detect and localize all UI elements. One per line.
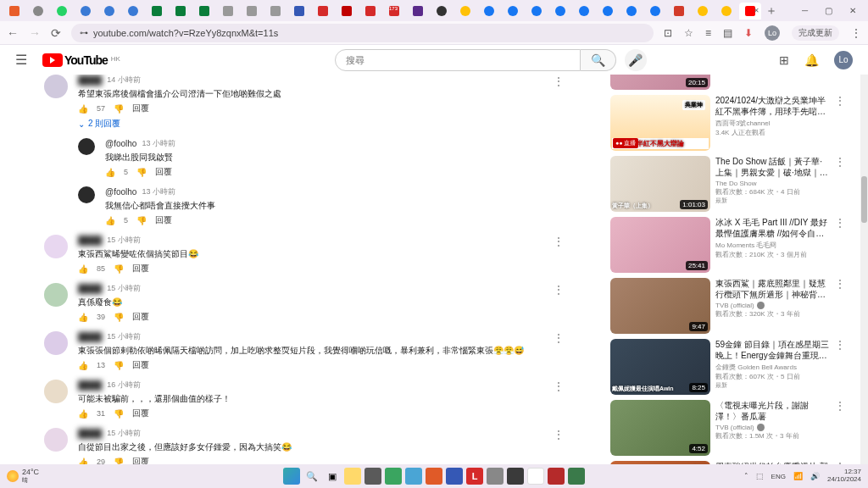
video-channel[interactable]: TVB (official)	[715, 302, 830, 309]
reply-button[interactable]: 回覆	[155, 214, 172, 226]
browser-tab[interactable]	[668, 3, 690, 19]
bookmark-icon[interactable]: ☆	[684, 27, 693, 39]
site-info-icon[interactable]: ⊶	[80, 28, 88, 37]
video-channel[interactable]: The Do Show	[715, 180, 830, 187]
reply-button[interactable]: 回覆	[132, 311, 149, 323]
browser-tab[interactable]	[502, 3, 524, 19]
browser-tab[interactable]	[241, 3, 263, 19]
video-channel[interactable]: TVB (official)	[715, 424, 830, 431]
comment-author[interactable]: ████	[78, 332, 102, 341]
browser-tab[interactable]	[431, 3, 453, 19]
comment-author[interactable]: @foolho	[105, 187, 136, 197]
reload-icon[interactable]: ⟳	[51, 26, 61, 40]
like-icon[interactable]: 👍	[78, 458, 88, 465]
browser-tab[interactable]	[336, 3, 358, 19]
video-thumbnail[interactable]: 半紅不黑大辯論吳業坤 ●● 直播	[610, 95, 710, 151]
page-scrollbar[interactable]	[860, 75, 868, 464]
comment-menu-icon[interactable]: ⋮	[549, 235, 568, 274]
recommended-video[interactable]: 25:41 冰冰 X 毛毛 Part III //DIY 最好最慳值護膚果糖 /…	[610, 217, 845, 273]
like-icon[interactable]: 👍	[105, 168, 115, 177]
browser-tab[interactable]	[620, 3, 643, 19]
browser-tab[interactable]	[288, 3, 310, 19]
recommended-video[interactable]: 半紅不黑大辯論吳業坤 ●● 直播 2024/1024/大激辯之吳業坤半紅不黑事件…	[610, 95, 845, 151]
browser-tab[interactable]	[98, 3, 120, 19]
recommended-video[interactable]: 黃子華（上集） 1:01:03 The Do Show 話飯｜黃子華·上集｜男親…	[610, 156, 845, 212]
browser-tab[interactable]	[526, 3, 548, 19]
video-menu-icon[interactable]: ⋮	[835, 217, 845, 273]
dislike-icon[interactable]: 👎	[114, 409, 124, 419]
update-button[interactable]: 完成更新	[792, 25, 839, 41]
browser-tab[interactable]	[478, 3, 500, 19]
browser-tab[interactable]	[264, 3, 287, 19]
recommended-video[interactable]: 戴佩妮獲最佳演唱Awin 8:25 59金鐘 節目錄｜項在感星期三晚上！Ener…	[610, 339, 845, 395]
extensions-icon[interactable]: ≡	[705, 27, 711, 39]
browser-tab[interactable]	[3, 3, 25, 19]
create-icon[interactable]: ⊞	[779, 53, 789, 67]
comment-author[interactable]: ████	[78, 284, 102, 293]
browser-tab[interactable]	[644, 3, 666, 19]
comment-author[interactable]: @foolho	[105, 139, 136, 148]
search-button[interactable]: 🔍	[581, 49, 616, 71]
reply-button[interactable]: 回覆	[132, 359, 149, 371]
browser-tab[interactable]	[312, 3, 334, 19]
voice-search-button[interactable]: 🎤	[625, 49, 647, 71]
video-channel[interactable]: Mo Moments 毛毛冏	[715, 241, 830, 250]
hamburger-icon[interactable]: ☰	[15, 52, 27, 68]
comment-menu-icon[interactable]: ⋮	[549, 331, 568, 371]
video-menu-icon[interactable]: ⋮	[835, 400, 845, 456]
video-menu-icon[interactable]: ⋮	[835, 156, 845, 212]
browser-tab[interactable]	[359, 3, 381, 19]
comment-avatar[interactable]	[44, 428, 68, 452]
like-icon[interactable]: 👍	[78, 313, 88, 322]
dislike-icon[interactable]: 👎	[114, 361, 124, 370]
replies-toggle[interactable]: ⌄ 2 則回覆	[78, 118, 539, 130]
browser-tab[interactable]	[407, 3, 429, 19]
video-channel[interactable]: 西面哥3號channel	[715, 119, 830, 128]
comment-menu-icon[interactable]: ⋮	[549, 75, 568, 130]
reply-button[interactable]: 回覆	[132, 263, 149, 274]
recommended-video[interactable]: 20:15 … 觀看次數：456K 次・9 日前 ⋮	[610, 75, 845, 90]
comment-avatar[interactable]	[44, 283, 68, 307]
new-tab-button[interactable]: ＋	[763, 3, 780, 19]
video-menu-icon[interactable]: ⋮	[835, 278, 845, 334]
comment-avatar[interactable]	[44, 380, 68, 403]
comment-author[interactable]: ████	[78, 75, 102, 85]
video-thumbnail[interactable]: 9:47	[610, 278, 710, 334]
video-thumbnail[interactable]: 4:52	[610, 400, 710, 456]
url-input[interactable]: ⊶ youtube.com/watch?v=RzeYy8zqnxM&t=11s	[71, 24, 654, 42]
video-menu-icon[interactable]: ⋮	[835, 75, 845, 90]
install-app-icon[interactable]: ⊡	[664, 27, 672, 39]
video-thumbnail[interactable]: 黃子華（上集） 1:01:03	[610, 156, 710, 212]
account-avatar[interactable]: Lo	[834, 51, 853, 69]
like-icon[interactable]: 👍	[105, 216, 115, 225]
scrollbar-thumb[interactable]	[861, 176, 867, 223]
like-icon[interactable]: 👍	[78, 361, 88, 370]
window-minimize-icon[interactable]: ─	[802, 6, 808, 15]
comment-menu-icon[interactable]: ⋮	[549, 380, 568, 419]
like-icon[interactable]: 👍	[78, 409, 88, 419]
comment-avatar[interactable]	[78, 186, 95, 203]
dislike-icon[interactable]: 👎	[136, 168, 147, 177]
browser-tab[interactable]	[597, 3, 619, 19]
comment-author[interactable]: ████	[78, 380, 102, 390]
browser-tab[interactable]	[217, 3, 239, 19]
comment-avatar[interactable]	[44, 331, 68, 355]
browser-tab[interactable]	[51, 3, 73, 19]
download-icon[interactable]: ⬇	[744, 27, 753, 39]
like-icon[interactable]: 👍	[78, 104, 88, 114]
browser-tab[interactable]	[75, 3, 97, 19]
browser-tab[interactable]	[549, 3, 571, 19]
video-menu-icon[interactable]: ⋮	[835, 95, 845, 151]
comment-menu-icon[interactable]: ⋮	[549, 283, 568, 323]
window-close-icon[interactable]: ✕	[849, 6, 856, 15]
dislike-icon[interactable]: 👎	[114, 104, 124, 114]
dislike-icon[interactable]: 👎	[114, 458, 124, 465]
chrome-menu-icon[interactable]: ⋮	[851, 27, 861, 39]
youtube-logo[interactable]: YouTube HK	[42, 53, 120, 67]
video-thumbnail[interactable]: 25:41	[610, 217, 710, 273]
reply-button[interactable]: 回覆	[155, 166, 172, 178]
comment-menu-icon[interactable]: ⋮	[549, 428, 568, 464]
window-maximize-icon[interactable]: ▢	[825, 6, 832, 15]
profile-avatar[interactable]: Lo	[765, 25, 780, 41]
reply-button[interactable]: 回覆	[132, 408, 149, 419]
